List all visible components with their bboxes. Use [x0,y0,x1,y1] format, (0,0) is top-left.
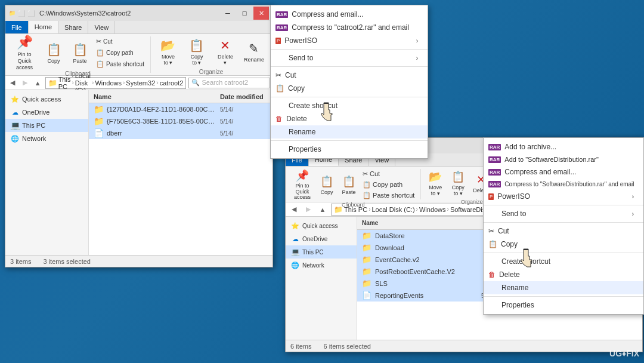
file-icon-1: 📄 [94,128,103,138]
ctx2-compress-email[interactable]: RAR Compress and email... [484,165,643,179]
breadcrumb-1[interactable]: 📁 This PC › Local Disk (C:) › Windows › … [45,77,187,89]
ctx-delete[interactable]: 🗑 Delete [271,112,428,125]
copy-path-button[interactable]: 📋 Copy path [94,48,147,58]
file-icon-26: 📄 [362,291,371,300]
poweriso-icon-2: P [488,193,494,200]
paste-button-2[interactable]: 📋 Paste [338,171,360,199]
cut-button-2[interactable]: ✂ Cut [360,169,417,179]
ctx2-compress-softdist-email[interactable]: RAR Compress to "SoftwareDistribution.ra… [484,179,643,190]
ctx-cut[interactable]: ✂ Cut [271,69,428,82]
context-menu-1: RAR Compress and email... RAR Compress t… [270,5,428,159]
move-to-button-2[interactable]: 📂 Moveto ▾ [425,169,446,198]
up-button[interactable]: ▲ [33,77,43,89]
paste-button[interactable]: 📋 Paste [67,38,92,69]
forward-button[interactable]: ▶ [20,77,30,89]
tab-share[interactable]: Share [58,21,88,33]
tab-home[interactable]: Home [29,21,58,33]
copy-icon: 📋 [275,84,284,93]
back-button[interactable]: ◀ [8,77,18,89]
cloud-icon: ☁ [10,107,20,117]
ctx-compress-email[interactable]: RAR Compress and email... [271,8,428,21]
minimize-button[interactable]: ─ [220,7,236,20]
ctx-sep-1 [271,49,428,50]
search-box-1[interactable]: 🔍 Search catroot2 [188,78,270,88]
bc2-localdisk: Local Disk (C:) [371,206,414,213]
star-icon: ⭐ [10,94,20,104]
organize2-label: Organize [461,198,483,205]
star-icon-2: ⭐ [290,221,300,230]
ctx2-properties[interactable]: Properties [484,299,643,312]
file-row-1[interactable]: 📁 {127D0A1D-4EF2-11D1-8608-00C04FC295...… [89,103,273,115]
poweriso-arrow: › [416,38,418,44]
pin-button-2[interactable]: 📌 Pin to Quickaccess [289,171,315,199]
sidebar2-onedrive[interactable]: ☁ OneDrive [286,232,357,245]
paste-shortcut-button-2[interactable]: 📋 Paste shortcut [360,190,417,201]
clipboard2-label: Clipboard [342,201,365,208]
ctx2-copy[interactable]: 📋 Copy [484,238,643,251]
tab-file[interactable]: File [5,21,29,33]
bc-catroot2: catroot2 [160,79,184,87]
back-button-2[interactable]: ◀ [288,204,300,216]
sidebar-item-network[interactable]: 🌐 Network [5,132,88,145]
items-count-2: 6 items [290,343,311,350]
ctx-create-shortcut[interactable]: Create shortcut [271,99,428,112]
ctx2-cut[interactable]: ✂ Cut [484,224,643,238]
file-row-3[interactable]: 📄 dberr 5/14/ [89,127,273,139]
tab-view[interactable]: View [88,21,115,33]
ctx2-send-to[interactable]: Send to › [484,207,643,220]
ctx2-create-shortcut[interactable]: Create shortcut [484,255,643,268]
ctx-properties[interactable]: Properties [271,143,428,156]
ctx2-sep-2 [484,222,643,223]
name-col-header: Name [94,93,220,100]
selected-count-1: 3 items selected [43,258,90,265]
ctx-send-to[interactable]: Send to › [271,51,428,64]
ribbon-group-clipboard: 📌 Pin to Quick access 📋 Copy 📋 Paste [5,36,151,73]
sendto-arrow: › [416,55,418,61]
file-list-1: Name Date modified 📁 {127D0A1D-4EF2-11D1… [89,90,273,255]
sidebar-item-onedrive[interactable]: ☁ OneDrive [5,106,88,119]
copy-to-button[interactable]: 📋 Copyto ▾ [183,36,210,67]
maximize-button[interactable]: □ [237,7,252,20]
sidebar2-network[interactable]: 🌐 Network [286,259,357,272]
status-bar-2: 6 items 6 items selected [286,340,642,352]
ctx2-rename[interactable]: Rename [484,281,643,294]
sidebar2-this-pc[interactable]: 💻 This PC [286,245,357,259]
ctx2-delete[interactable]: 🗑 Delete [484,268,643,281]
ctx-compress-rar-email[interactable]: RAR Compress to "catroot2.rar" and email [271,21,428,34]
computer-icon: 💻 [10,121,20,130]
folder-icon-2: 📁 [94,116,103,126]
clipboard-items: 📌 Pin to Quick access 📋 Copy 📋 Paste [9,36,147,69]
window1-content: ⭐ Quick access ☁ OneDrive 💻 This PC 🌐 Ne… [5,90,273,255]
copy-button-2[interactable]: 📋 Copy [316,171,338,199]
ribbon-group2-clipboard: 📌 Pin to Quickaccess 📋 Copy 📋 Paste ✂ Cu… [286,169,421,199]
rename-button[interactable]: ✎ Rename [240,36,268,67]
address-bar-1: ◀ ▶ ▲ 📁 This PC › Local Disk (C:) › Wind… [5,76,273,90]
paste-shortcut-button[interactable]: 📋 Paste shortcut [94,59,147,69]
file-row-2[interactable]: 📁 {F750E6C3-38EE-11D1-85E5-00C04FC295...… [89,115,273,127]
ctx2-add-softdist-rar[interactable]: RAR Add to "SoftwareDistribution.rar" [484,153,643,165]
rar-icon-24: RAR [488,181,501,187]
sidebar2-quick-access[interactable]: ⭐ Quick access [286,219,357,232]
ctx2-add-archive[interactable]: RAR Add to archive... [484,140,643,153]
folder-icon-23: 📁 [362,255,371,264]
cut-button[interactable]: ✂ Cut [94,36,147,47]
up-button-2[interactable]: ▲ [317,204,329,216]
sidebar-item-quick-access[interactable]: ⭐ Quick access [5,93,88,106]
move-to-button[interactable]: 📂 Moveto ▾ [154,36,182,67]
copy-button[interactable]: 📋 Copy [41,38,66,69]
ctx2-poweriso[interactable]: P PowerISO › [484,190,643,203]
ctx-copy[interactable]: 📋 Copy [271,82,428,95]
sidebar-item-this-pc[interactable]: 💻 This PC [5,119,88,132]
ctx-sep-2 [271,66,428,67]
watermark: UG♦FIX [609,349,639,358]
ribbon-tabs: File Home Share View [5,21,273,34]
close-button[interactable]: ✕ [253,7,269,20]
delete-button[interactable]: ✕ Delete▾ [212,36,239,67]
forward-button-2[interactable]: ▶ [302,204,314,216]
copy-to-button-2[interactable]: 📋 Copyto ▾ [447,169,469,198]
pin-button[interactable]: 📌 Pin to Quick access [9,38,40,69]
ctx-sep-3 [271,97,428,97]
copy-path-button-2[interactable]: 📋 Copy path [360,180,417,190]
ctx-poweriso[interactable]: P PowerISO › [271,34,428,47]
ctx-rename[interactable]: Rename [271,125,428,139]
